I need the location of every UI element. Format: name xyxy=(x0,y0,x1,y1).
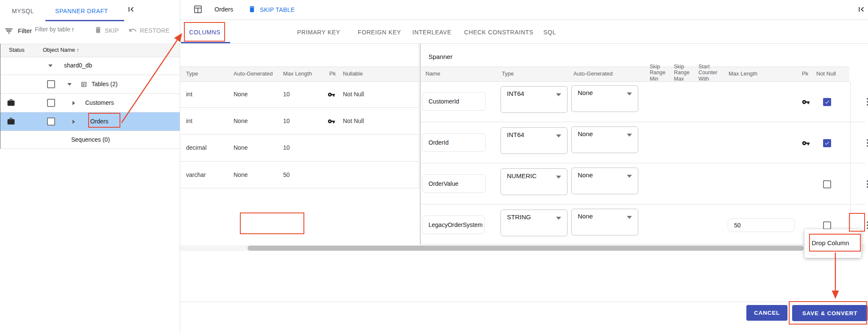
collapse-left-icon[interactable] xyxy=(126,5,136,15)
type-select[interactable]: INT64 xyxy=(501,127,568,154)
primary-key-icon xyxy=(328,118,335,126)
tree-row-tables[interactable]: Tables (2) xyxy=(0,75,180,94)
column-name-input[interactable] xyxy=(422,174,486,193)
type-select-value: INT64 xyxy=(507,90,524,97)
col-header-skip-range-min: Skip Range Min xyxy=(650,64,669,82)
chevron-down-icon xyxy=(556,93,561,96)
tree-header-status: Status xyxy=(9,47,25,53)
column-kebab-menu-icon[interactable] xyxy=(862,138,868,148)
tree-header-object-name[interactable]: Object Name ↑ xyxy=(43,47,79,53)
tab-sql[interactable]: SQL xyxy=(543,29,556,36)
col-header-max-length: Max Length xyxy=(729,70,757,77)
spanner-columns-table: Spanner Name Type Auto-Generated Skip Ra… xyxy=(420,44,868,245)
tree-row-customers[interactable]: Customers xyxy=(0,94,180,112)
expand-caret-icon[interactable] xyxy=(72,120,75,124)
not-null-checkbox[interactable] xyxy=(823,98,831,106)
chevron-down-icon xyxy=(627,92,632,95)
source-table-right-border xyxy=(419,44,419,188)
tree-row-orders[interactable]: Orders xyxy=(0,112,180,131)
tables-checkbox[interactable] xyxy=(47,80,55,88)
column-name-input[interactable] xyxy=(422,133,486,152)
column-kebab-menu-icon[interactable] xyxy=(862,97,868,107)
not-null-checkbox[interactable] xyxy=(823,180,831,188)
auto-generated-select[interactable]: None xyxy=(571,168,638,194)
type-select-value: NUMERIC xyxy=(507,172,537,179)
tab-check-constraints[interactable]: CHECK CONSTRAINTS xyxy=(464,29,533,36)
tree-row-label: Customers xyxy=(85,99,114,106)
scrollbar-thumb[interactable] xyxy=(248,246,804,251)
col-header-type: Type xyxy=(502,70,514,77)
chevron-down-icon xyxy=(556,134,561,137)
table-grid-icon xyxy=(80,81,88,90)
skip-button[interactable]: SKIP xyxy=(105,27,119,34)
table-tabs: COLUMNS PRIMARY KEY FOREIGN KEY INTERLEA… xyxy=(180,20,868,44)
col-header-pk: Pk xyxy=(329,70,336,77)
spanner-row: STRING None xyxy=(420,204,865,245)
sort-asc-icon: ↑ xyxy=(77,47,80,53)
not-null-checkbox[interactable] xyxy=(823,139,831,147)
orders-checkbox[interactable] xyxy=(47,118,55,126)
skip-table-button[interactable]: SKIP TABLE xyxy=(260,6,295,13)
tab-mysql[interactable]: MYSQL xyxy=(12,8,34,14)
tab-spanner-draft[interactable]: SPANNER DRAFT xyxy=(55,8,108,14)
source-row: varchar None 50 xyxy=(180,162,419,188)
col-header-start-counter-with: Start Counter With xyxy=(698,64,723,82)
type-select[interactable]: INT64 xyxy=(501,86,568,113)
tab-interleave[interactable]: INTERLEAVE xyxy=(412,29,451,36)
chevron-down-icon xyxy=(556,176,561,179)
col-header-not-null: Not Null xyxy=(816,70,836,77)
spanner-row: INT64 None xyxy=(420,81,865,122)
auto-generated-select-value: None xyxy=(578,213,593,220)
sequences-kebab-menu-icon[interactable] xyxy=(166,135,176,145)
auto-generated-select[interactable]: None xyxy=(571,85,638,112)
expand-caret-icon[interactable] xyxy=(48,64,53,67)
expand-caret-icon[interactable] xyxy=(67,83,72,86)
tree-row-sequences[interactable]: Sequences (0) xyxy=(0,131,180,149)
expand-caret-icon[interactable] xyxy=(72,101,75,105)
tab-columns[interactable]: COLUMNS xyxy=(189,29,220,36)
auto-generated-select-value: None xyxy=(578,89,593,96)
auto-generated-select[interactable]: None xyxy=(571,209,638,235)
type-select[interactable]: NUMERIC xyxy=(501,168,568,195)
collapse-right-icon[interactable] xyxy=(857,5,866,15)
cell-auto-generated: None xyxy=(234,118,248,124)
restore-button[interactable]: RESTORE xyxy=(140,27,170,34)
col-header-pk: Pk xyxy=(802,70,808,77)
column-name-input[interactable] xyxy=(422,215,485,234)
sidebar: MYSQL SPANNER DRAFT Filter SKIP RESTORE … xyxy=(0,0,179,333)
horizontal-scrollbar[interactable] xyxy=(180,245,865,251)
type-select[interactable]: STRING xyxy=(501,210,568,236)
tab-foreign-key[interactable]: FOREIGN KEY xyxy=(358,29,401,36)
col-header-auto-generated: Auto-Generated xyxy=(573,70,613,77)
spanner-migration-tool: MYSQL SPANNER DRAFT Filter SKIP RESTORE … xyxy=(0,0,868,333)
chevron-down-icon xyxy=(627,175,632,178)
filter-table-input[interactable] xyxy=(34,25,90,33)
tab-primary-key[interactable]: PRIMARY KEY xyxy=(297,29,340,36)
column-name-input[interactable] xyxy=(422,92,486,111)
cell-nullable: Not Null xyxy=(343,118,364,124)
table-topbar: Orders SKIP TABLE xyxy=(180,0,868,20)
drop-column-menu-item[interactable]: Drop Column xyxy=(812,239,849,246)
cell-type: decimal xyxy=(186,144,206,151)
col-header-type: Type xyxy=(186,70,198,77)
cell-auto-generated: None xyxy=(234,144,248,151)
briefcase-status-icon xyxy=(7,98,15,108)
spanner-table-header xyxy=(420,67,849,82)
cell-type: int xyxy=(186,118,192,124)
not-null-checkbox[interactable] xyxy=(823,221,831,229)
column-kebab-menu-icon[interactable] xyxy=(862,220,868,230)
tree-row-label: Tables (2) xyxy=(92,81,117,87)
column-kebab-menu-icon[interactable] xyxy=(862,179,868,189)
max-length-input[interactable] xyxy=(728,218,795,232)
tree-row-shard0-db[interactable]: shard0_db xyxy=(0,56,180,75)
cell-auto-generated: None xyxy=(234,91,248,98)
object-tree: Status Object Name ↑ shard0_db Tables (2… xyxy=(0,44,179,149)
customers-checkbox[interactable] xyxy=(47,99,55,107)
source-row: decimal None 10 xyxy=(180,134,419,162)
auto-generated-select[interactable]: None xyxy=(571,126,638,153)
skip-icon xyxy=(94,26,102,35)
col-header-name: Name xyxy=(426,70,440,77)
cancel-button[interactable]: CANCEL xyxy=(746,305,787,321)
object-name-label: Object Name xyxy=(43,47,75,53)
save-convert-button[interactable]: SAVE & CONVERT xyxy=(792,305,868,321)
